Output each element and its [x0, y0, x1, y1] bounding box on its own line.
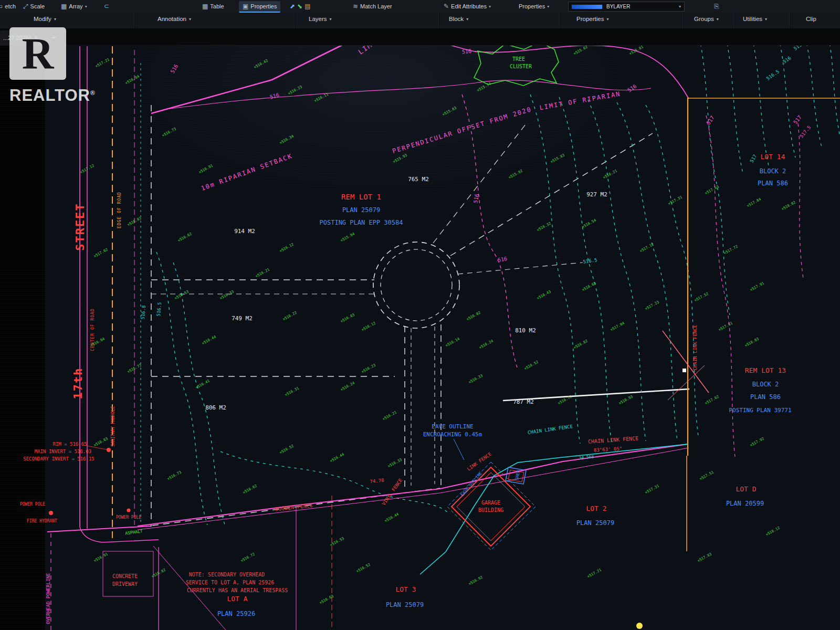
- color-swatch: [572, 5, 602, 9]
- utility-symbols: [49, 445, 643, 629]
- realtor-wordmark: REALTOR®: [9, 86, 96, 105]
- chevron-down-icon: ▾: [466, 17, 468, 22]
- panel-block[interactable]: Block ▾: [449, 16, 468, 22]
- table-button[interactable]: ▦ Table: [202, 1, 224, 12]
- paste-icon: ⎘: [714, 3, 719, 10]
- scale-button[interactable]: ⤢ Scale: [23, 1, 45, 12]
- ribbon-toolbar: ▭ etch ⤢ Scale ▦ Array ▾ ⊂ ▦ Table ▣ Pro…: [0, 0, 840, 13]
- panel-groups[interactable]: Groups ▾: [694, 16, 719, 22]
- stretch-label: etch: [5, 3, 16, 9]
- panel-divider: [559, 13, 560, 28]
- realtor-logo: R: [9, 27, 66, 80]
- street-lines: [47, 46, 226, 630]
- chevron-down-icon: ▾: [85, 4, 87, 9]
- array-button[interactable]: ▦ Array ▾: [61, 1, 87, 12]
- property-line-orange: [687, 98, 840, 551]
- list-icon: ▤: [304, 3, 310, 10]
- panel-divider: [682, 13, 684, 28]
- stretch-icon: ▭: [0, 3, 3, 10]
- panel-divider: [134, 13, 135, 28]
- panel-groups-label: Groups: [694, 16, 714, 22]
- properties2-label: Properties: [519, 3, 545, 9]
- panel-block-label: Block: [449, 16, 464, 22]
- edit-attributes-icon: ✎: [444, 3, 449, 10]
- array-icon: ▦: [61, 3, 67, 10]
- properties-icon: ▣: [243, 3, 248, 10]
- properties-button-2[interactable]: Properties ▾: [519, 1, 549, 12]
- realtor-watermark: R REALTOR®: [9, 27, 96, 105]
- chevron-down-icon: ▾: [189, 17, 191, 22]
- blue-arrow-icon: ⬈: [290, 3, 295, 10]
- panel-layers-label: Layers: [309, 16, 327, 22]
- panel-properties-label: Properties: [576, 16, 604, 22]
- chevron-down-icon: ▾: [489, 4, 491, 9]
- survey-drawing: [0, 0, 840, 630]
- panel-divider: [734, 13, 735, 28]
- chevron-down-icon: ▾: [679, 4, 681, 9]
- match-layer-button[interactable]: ≋ Match Layer: [353, 1, 392, 12]
- boundary-lines-magenta: [151, 33, 803, 457]
- realtor-brand-text: REALTOR: [9, 86, 90, 104]
- panel-divider: [438, 13, 439, 28]
- color-dropdown-value: BYLAYER: [606, 4, 630, 9]
- misc-tool-icon: ⊂: [104, 3, 109, 10]
- panel-utilities[interactable]: Utilities ▾: [743, 16, 767, 22]
- cul-de-sac: [373, 242, 459, 487]
- panel-modify[interactable]: Modify ▾: [34, 16, 56, 22]
- properties-label: Properties: [250, 3, 277, 9]
- match-layer-icon: ≋: [353, 3, 358, 10]
- table-icon: ▦: [202, 3, 208, 10]
- cad-application-window: STREET17thCENTER OF ROADEDGE OF ROADRIM …: [0, 0, 840, 630]
- chevron-down-icon: ▾: [54, 17, 56, 22]
- panel-properties[interactable]: Properties ▾: [576, 16, 608, 22]
- edit-attributes-button[interactable]: ✎ Edit Attributes ▾: [444, 1, 491, 12]
- chevron-down-icon: ▾: [547, 4, 549, 9]
- panel-divider: [294, 13, 295, 28]
- panel-clipboard[interactable]: Clip: [806, 16, 816, 22]
- table-label: Table: [210, 3, 224, 9]
- misc-tool-button[interactable]: ⊂: [104, 1, 109, 12]
- ribbon-panel-row: Modify ▾ Annotation ▾ Layers ▾ Block ▾ P…: [0, 13, 840, 29]
- panel-utilities-label: Utilities: [743, 16, 762, 22]
- stretch-button[interactable]: ▭ etch: [0, 1, 16, 12]
- properties-button-active[interactable]: ▣ Properties: [239, 1, 280, 13]
- quick-tools-group[interactable]: ⬈ ⬊ ▤: [290, 1, 310, 12]
- panel-annotation-label: Annotation: [158, 16, 186, 22]
- contour-lines-teal: [156, 32, 840, 528]
- panel-annotation[interactable]: Annotation ▾: [158, 16, 191, 22]
- match-layer-label: Match Layer: [360, 3, 392, 9]
- panel-modify-label: Modify: [34, 16, 51, 22]
- paste-button[interactable]: ⎘: [714, 1, 719, 12]
- panel-layers[interactable]: Layers ▾: [309, 16, 332, 22]
- registered-mark: ®: [90, 89, 96, 97]
- file-tab-bar: ...27 2025* × +: [0, 29, 840, 46]
- panel-divider: [789, 13, 790, 28]
- lot-lines-white: [151, 105, 689, 527]
- chevron-down-icon: ▾: [717, 17, 719, 22]
- array-label: Array: [69, 3, 82, 9]
- fence-lines: [138, 331, 709, 630]
- color-dropdown[interactable]: BYLAYER ▾: [568, 2, 685, 12]
- chevron-down-icon: ▾: [606, 17, 608, 22]
- garage-building: [447, 439, 536, 550]
- green-arrow-icon: ⬊: [297, 3, 302, 10]
- edit-attributes-label: Edit Attributes: [451, 3, 487, 9]
- panel-clipboard-label: Clip: [806, 16, 816, 22]
- scale-icon: ⤢: [23, 3, 28, 10]
- realtor-logo-letter: R: [22, 28, 54, 79]
- scale-label: Scale: [30, 3, 45, 9]
- chevron-down-icon: ▾: [765, 17, 767, 22]
- chevron-down-icon: ▾: [330, 17, 332, 22]
